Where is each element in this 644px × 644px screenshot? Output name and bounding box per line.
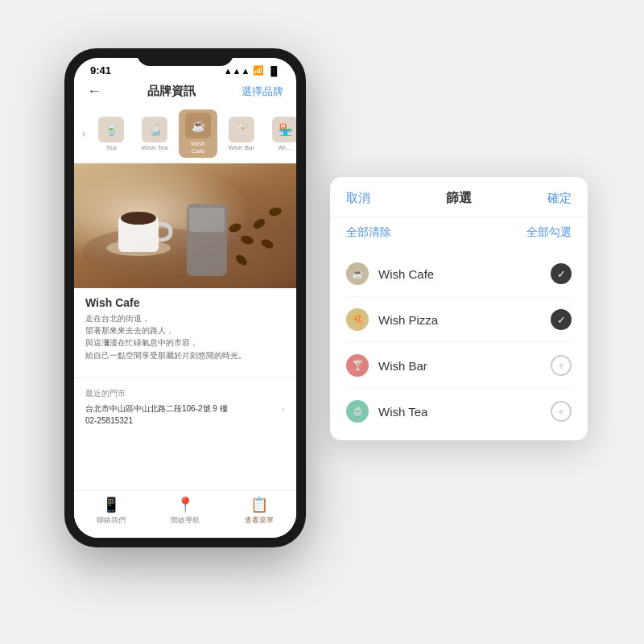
- brand-desc: 走在台北的街道， 望著那來來去去的路人， 與這瀰漫在忙碌氣息中的市容， 給自己一…: [85, 312, 285, 361]
- menu-icon: 📋: [250, 496, 268, 514]
- filter-clear-button[interactable]: 全部清除: [346, 225, 391, 240]
- filter-item-left-pizza: 🍕 Wish Pizza: [346, 308, 438, 331]
- phone-screen: 9:41 ▲▲▲ 📶 ▐▌ ← 品牌資訊 選擇品牌 ‹ 🍵 Tea: [74, 58, 296, 538]
- filter-dot-cafe: ☕: [346, 262, 369, 285]
- store-section[interactable]: 最近的門市 台北市中山區中山北路二段106-2號 9 樓 02-25815321…: [74, 383, 296, 431]
- filter-item-name-pizza: Wish Pizza: [378, 313, 438, 327]
- filter-confirm-button[interactable]: 確定: [547, 191, 572, 206]
- filter-item-wish-tea[interactable]: 🍵 Wish Tea +: [330, 389, 588, 434]
- battery-icon: ▐▌: [267, 66, 280, 76]
- filter-item-left-cafe: ☕ Wish Cafe: [346, 262, 434, 285]
- nav-bar: ← 品牌資訊 選擇品牌: [74, 80, 296, 105]
- filter-item-wish-pizza[interactable]: 🍕 Wish Pizza ✓: [330, 297, 588, 342]
- status-time: 9:41: [90, 64, 111, 76]
- select-brand-button[interactable]: 選擇品牌: [242, 85, 283, 99]
- filter-actions: 全部清除 全部勾選: [330, 217, 588, 248]
- filter-select-all-button[interactable]: 全部勾選: [526, 225, 572, 240]
- filter-item-wish-bar[interactable]: 🍸 Wish Bar +: [330, 343, 588, 388]
- filter-dot-tea: 🍵: [346, 400, 369, 423]
- store-address: 台北市中山區中山北路二段106-2號 9 樓 02-25815321: [85, 402, 228, 427]
- brand-label-wish-cafe: Wish Cafe: [184, 140, 213, 155]
- divider: [74, 378, 296, 378]
- filter-item-name-tea: Wish Tea: [378, 405, 427, 419]
- filter-header: 取消 篩選 確定: [330, 177, 588, 217]
- wifi-icon: 📶: [253, 65, 264, 76]
- brand-label-tea: Tea: [106, 144, 117, 151]
- notch: [137, 48, 233, 66]
- brand-icon-more: 🏪: [272, 117, 296, 142]
- info-section: Wish Cafe 走在台北的街道， 望著那來來去去的路人， 與這瀰漫在忙碌氣息…: [74, 288, 296, 373]
- tab-navigation[interactable]: 📍 開啟導航: [171, 496, 200, 526]
- filter-dot-pizza: 🍕: [346, 308, 369, 331]
- tab-menu-label: 查看菜單: [245, 515, 274, 526]
- filter-item-wish-cafe[interactable]: ☕ Wish Cafe ✓: [330, 251, 588, 296]
- store-chevron-icon: ›: [282, 404, 285, 415]
- signal-icon: ▲▲▲: [224, 66, 250, 76]
- filter-check-bar[interactable]: +: [551, 355, 572, 376]
- filter-check-pizza[interactable]: ✓: [551, 309, 572, 330]
- brand-icon-tea: 🍵: [98, 117, 124, 142]
- brand-icon-wish-tea: 🍶: [142, 117, 167, 142]
- brand-item-tea[interactable]: 🍵 Tea: [92, 114, 130, 155]
- phone: 9:41 ▲▲▲ 📶 ▐▌ ← 品牌資訊 選擇品牌 ‹ 🍵 Tea: [64, 48, 306, 547]
- tab-bar: 📱 聯絡我們 📍 開啟導航 📋 查看菜單: [74, 489, 296, 538]
- filter-title: 篩選: [446, 190, 472, 207]
- brand-item-wish-tea[interactable]: 🍶 Wish Tea: [135, 114, 174, 155]
- brand-item-wish-bar[interactable]: 🍸 Wish Bar: [222, 114, 261, 155]
- filter-modal: 取消 篩選 確定 全部清除 全部勾選 ☕ Wish Cafe ✓ �: [330, 177, 588, 440]
- tab-navigation-label: 開啟導航: [171, 515, 200, 526]
- brand-item-more[interactable]: 🏪 Wi…: [266, 114, 296, 155]
- filter-cancel-button[interactable]: 取消: [346, 191, 370, 206]
- filter-item-name-bar: Wish Bar: [378, 359, 427, 373]
- brand-scroll[interactable]: ‹ 🍵 Tea 🍶 Wish Tea ☕ Wish Cafe 🍸 Wish Ba…: [74, 105, 296, 163]
- tab-contact-label: 聯絡我們: [97, 515, 126, 526]
- filter-check-tea[interactable]: +: [551, 401, 572, 422]
- hero-svg: [74, 163, 296, 288]
- filter-item-left-tea: 🍵 Wish Tea: [346, 400, 427, 423]
- brand-label-more: Wi…: [278, 144, 291, 151]
- filter-dot-bar: 🍸: [346, 354, 369, 377]
- svg-rect-12: [74, 163, 296, 288]
- nav-title: 品牌資訊: [147, 84, 196, 99]
- hero-image: [74, 163, 296, 288]
- brand-icon-wish-bar: 🍸: [229, 117, 254, 142]
- brand-label-wish-bar: Wish Bar: [229, 144, 254, 151]
- filter-item-left-bar: 🍸 Wish Bar: [346, 354, 427, 377]
- brand-name: Wish Cafe: [85, 296, 285, 309]
- back-button[interactable]: ←: [87, 83, 101, 100]
- store-label: 最近的門市: [85, 388, 285, 399]
- store-info: 台北市中山區中山北路二段106-2號 9 樓 02-25815321 ›: [85, 402, 285, 427]
- status-icons: ▲▲▲ 📶 ▐▌: [224, 65, 280, 76]
- scroll-left-icon: ‹: [80, 128, 87, 139]
- tab-menu[interactable]: 📋 查看菜單: [245, 496, 274, 526]
- brand-item-wish-cafe[interactable]: ☕ Wish Cafe: [179, 109, 217, 158]
- filter-check-cafe[interactable]: ✓: [551, 263, 572, 284]
- brand-label-wish-tea: Wish Tea: [142, 144, 168, 151]
- brand-icon-wish-cafe: ☕: [185, 113, 211, 138]
- tab-contact[interactable]: 📱 聯絡我們: [97, 496, 126, 526]
- scene: 9:41 ▲▲▲ 📶 ▐▌ ← 品牌資訊 選擇品牌 ‹ 🍵 Tea: [40, 32, 604, 612]
- filter-list: ☕ Wish Cafe ✓ 🍕 Wish Pizza ✓ 🍸 Wish: [330, 248, 588, 440]
- contact-icon: 📱: [102, 496, 120, 514]
- filter-item-name-cafe: Wish Cafe: [378, 267, 434, 281]
- navigation-icon: 📍: [176, 496, 194, 514]
